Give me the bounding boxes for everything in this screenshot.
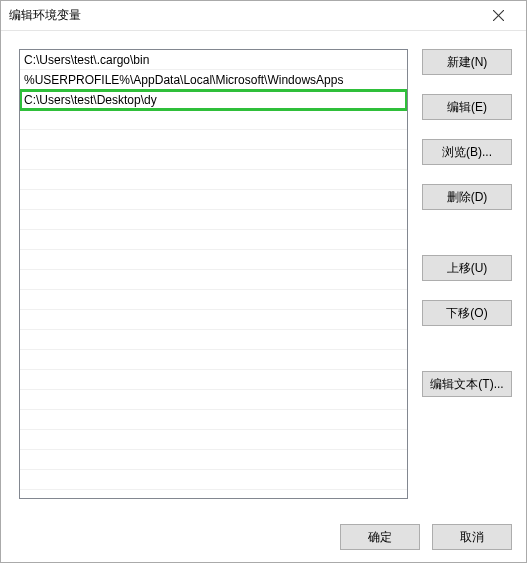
moveup-button[interactable]: 上移(U) [422, 255, 512, 281]
path-entry[interactable]: C:\Users\test\.cargo\bin [20, 50, 407, 70]
new-button[interactable]: 新建(N) [422, 49, 512, 75]
empty-row [20, 350, 407, 370]
browse-button[interactable]: 浏览(B)... [422, 139, 512, 165]
ok-button[interactable]: 确定 [340, 524, 420, 550]
path-entry[interactable]: %USERPROFILE%\AppData\Local\Microsoft\Wi… [20, 70, 407, 90]
empty-row [20, 450, 407, 470]
edit-button[interactable]: 编辑(E) [422, 94, 512, 120]
empty-row [20, 270, 407, 290]
empty-row [20, 190, 407, 210]
empty-row [20, 410, 407, 430]
titlebar: 编辑环境变量 [1, 1, 526, 31]
empty-row [20, 290, 407, 310]
empty-row [20, 250, 407, 270]
close-button[interactable] [478, 2, 518, 30]
empty-row [20, 390, 407, 410]
footer: 确定 取消 [1, 512, 526, 562]
empty-row [20, 430, 407, 450]
content-area: C:\Users\test\.cargo\bin%USERPROFILE%\Ap… [1, 31, 526, 512]
edittext-button[interactable]: 编辑文本(T)... [422, 371, 512, 397]
empty-row [20, 210, 407, 230]
path-entry[interactable]: C:\Users\test\Desktop\dy [20, 90, 407, 110]
empty-row [20, 110, 407, 130]
empty-row [20, 230, 407, 250]
empty-row [20, 330, 407, 350]
empty-row [20, 310, 407, 330]
path-listbox[interactable]: C:\Users\test\.cargo\bin%USERPROFILE%\Ap… [19, 49, 408, 499]
delete-button[interactable]: 删除(D) [422, 184, 512, 210]
empty-row [20, 170, 407, 190]
empty-row [20, 370, 407, 390]
close-icon [493, 10, 504, 21]
side-button-column: 新建(N) 编辑(E) 浏览(B)... 删除(D) 上移(U) 下移(O) 编… [422, 49, 512, 502]
empty-row [20, 470, 407, 490]
empty-row [20, 130, 407, 150]
window-title: 编辑环境变量 [9, 7, 478, 24]
movedown-button[interactable]: 下移(O) [422, 300, 512, 326]
edit-env-var-dialog: 编辑环境变量 C:\Users\test\.cargo\bin%USERPROF… [0, 0, 527, 563]
empty-row [20, 150, 407, 170]
cancel-button[interactable]: 取消 [432, 524, 512, 550]
